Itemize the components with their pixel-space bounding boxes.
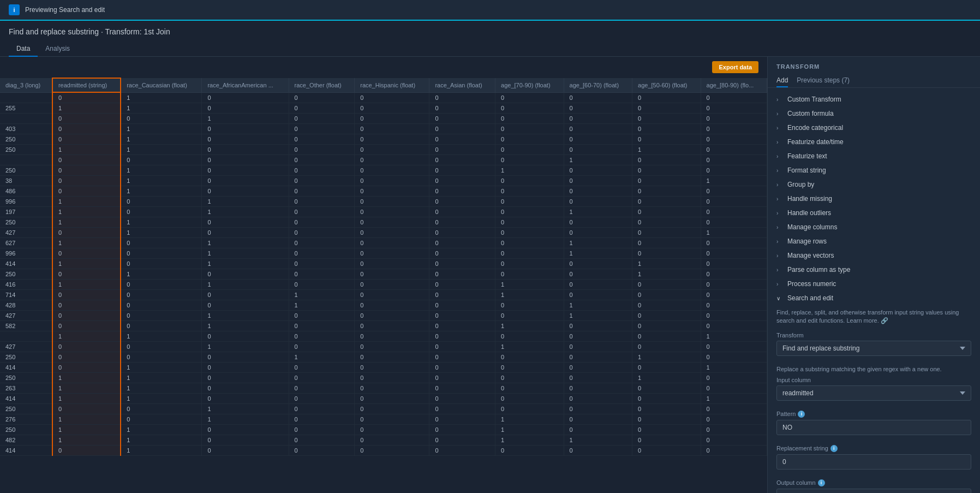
tab-data[interactable]: Data (9, 41, 38, 57)
search-edit-expanded: Find, replace, split, and otherwise tran… (768, 308, 980, 493)
table-row: 2551100000000 (0, 103, 767, 114)
table-cell: 0 (429, 248, 495, 259)
pattern-input[interactable] (776, 420, 971, 435)
table-cell: 0 (289, 280, 355, 290)
table-cell: 1 (495, 425, 564, 435)
table-cell: 0 (121, 259, 202, 269)
col-header-age8090[interactable]: age_[80-90) (flo... (701, 78, 767, 92)
transform-item-handle-missing[interactable]: › Handle missing (768, 192, 980, 206)
col-header-diag3[interactable]: diag_3 (long) (0, 78, 52, 92)
col-header-other[interactable]: race_Other (float) (289, 78, 355, 92)
transform-item-manage-rows[interactable]: › Manage rows (768, 234, 980, 248)
table-cell: 0 (429, 446, 495, 456)
table-header-row: diag_3 (long) readmitted (string) race_C… (0, 78, 767, 92)
table-cell: 1 (202, 259, 289, 269)
learn-more-link[interactable]: 🔗 (881, 317, 888, 324)
table-cell: 0 (429, 290, 495, 300)
col-header-age7090[interactable]: age_[70-90) (float) (495, 78, 564, 92)
col-header-asian[interactable]: race_Asian (float) (429, 78, 495, 92)
table-cell: 0 (495, 352, 564, 363)
input-column-select[interactable]: readmitted (776, 385, 971, 401)
output-column-form-group: Output column i (776, 479, 971, 493)
table-cell: 0 (355, 259, 429, 269)
table-cell: 0 (632, 404, 701, 414)
transform-tab-add[interactable]: Add (776, 74, 788, 87)
table-cell: 0 (429, 165, 495, 176)
table-cell: 250 (0, 165, 52, 176)
transform-item-custom-transform[interactable]: › Custom Transform (768, 92, 980, 106)
table-cell: 0 (429, 217, 495, 228)
table-cell: 250 (0, 269, 52, 280)
transform-item-featurize-datetime[interactable]: › Featurize date/time (768, 135, 980, 149)
table-cell: 0 (564, 176, 632, 186)
col-header-caucasian[interactable]: race_Caucasian (float) (121, 78, 202, 92)
col-header-readmitted[interactable]: readmitted (string) (52, 78, 121, 92)
table-cell: 0 (289, 331, 355, 342)
table-cell: 0 (632, 114, 701, 124)
transform-item-group-by[interactable]: › Group by (768, 177, 980, 192)
table-container[interactable]: diag_3 (long) readmitted (string) race_C… (0, 78, 767, 493)
table-cell: 0 (429, 352, 495, 363)
transform-item-custom-formula[interactable]: › Custom formula (768, 106, 980, 121)
table-cell: 1 (121, 134, 202, 145)
transform-item-manage-vectors[interactable]: › Manage vectors (768, 248, 980, 263)
table-cell: 1 (564, 300, 632, 311)
transform-item-process-numeric[interactable]: › Process numeric (768, 277, 980, 291)
transform-item-handle-outliers[interactable]: › Handle outliers (768, 206, 980, 220)
table-cell: 0 (429, 383, 495, 394)
top-bar: i Previewing Search and edit (0, 0, 980, 21)
table-cell: 0 (701, 197, 767, 207)
transform-tab-previous[interactable]: Previous steps (7) (797, 74, 850, 87)
replacement-form-group: Replacement string i (776, 445, 971, 475)
transform-item-label: Handle missing (787, 195, 832, 203)
table-cell: 0 (429, 176, 495, 186)
table-cell: 0 (202, 186, 289, 197)
table-cell: 0 (202, 176, 289, 186)
table-cell: 0 (564, 114, 632, 124)
table-cell: 1 (632, 352, 701, 363)
table-row: 2761010001000 (0, 414, 767, 425)
table-cell: 0 (289, 114, 355, 124)
table-row: 380100000001 (0, 176, 767, 186)
table-cell: 1 (52, 238, 121, 248)
col-header-age6070[interactable]: age_[60-70) (float) (564, 78, 632, 92)
transform-item-format-string[interactable]: › Format string (768, 163, 980, 177)
output-column-label: Output column i (776, 479, 971, 486)
col-header-african[interactable]: race_AfricanAmerican ... (202, 78, 289, 92)
transform-item-parse-column[interactable]: › Parse column as type (768, 263, 980, 277)
table-cell: 0 (121, 300, 202, 311)
output-column-info-icon[interactable]: i (818, 479, 825, 486)
col-header-age5060[interactable]: age_[50-60) (float) (632, 78, 701, 92)
table-row: 1100000001 (0, 331, 767, 342)
table-cell: 0 (289, 92, 355, 103)
transform-item-featurize-text[interactable]: › Featurize text (768, 149, 980, 163)
data-area: Export data diag_3 (long) readmitted (st… (0, 57, 767, 493)
table-cell: 582 (0, 321, 52, 331)
table-cell: 0 (632, 435, 701, 446)
replacement-input[interactable] (776, 454, 971, 470)
pattern-info-icon[interactable]: i (798, 411, 805, 418)
table-cell: 0 (121, 321, 202, 331)
transform-item-label: Group by (787, 181, 814, 188)
table-cell: 1 (701, 228, 767, 238)
table-cell: 1 (495, 290, 564, 300)
transform-item-manage-columns[interactable]: › Manage columns (768, 220, 980, 234)
table-cell: 0 (495, 134, 564, 145)
col-header-hispanic[interactable]: race_Hispanic (float) (355, 78, 429, 92)
transform-item-search-edit[interactable]: ∨ Search and edit (768, 291, 980, 305)
chevron-right-icon: › (776, 168, 783, 174)
table-cell: 1 (564, 155, 632, 165)
table-cell: 414 (0, 394, 52, 404)
table-cell: 1 (202, 238, 289, 248)
table-cell: 0 (121, 404, 202, 414)
tab-analysis[interactable]: Analysis (38, 41, 77, 57)
chevron-right-icon: › (776, 224, 783, 230)
export-button[interactable]: Export data (712, 61, 758, 73)
output-column-input[interactable] (776, 489, 971, 493)
table-cell: 0 (202, 217, 289, 228)
transform-item-encode-categorical[interactable]: › Encode categorical (768, 121, 980, 135)
replacement-info-icon[interactable]: i (830, 445, 838, 452)
table-cell: 0 (701, 186, 767, 197)
transform-select[interactable]: Find and replace substringExtract string… (776, 341, 971, 356)
transform-item-label: Custom Transform (787, 96, 841, 103)
